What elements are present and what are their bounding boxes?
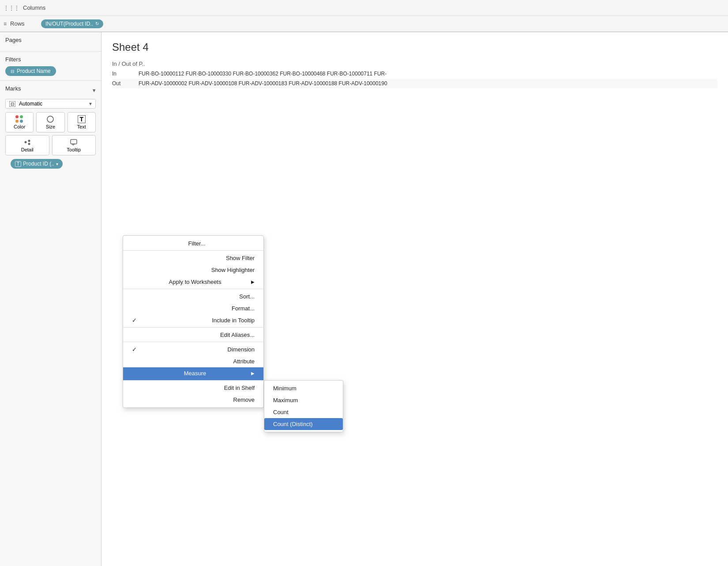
field-pill-type-icon: T <box>15 161 21 167</box>
data-table: In / Out of P.. In FUR-BO-10000112 FUR-B… <box>101 60 728 88</box>
attribute-label: Attribute <box>233 358 255 365</box>
pages-title: Pages <box>5 37 96 43</box>
submenu-wrapper: Minimum Maximum Count Count (Distinct) <box>264 380 343 432</box>
marks-header: Marks ▾ <box>5 85 96 95</box>
dimension-label: Dimension <box>228 346 255 353</box>
menu-item-edit-aliases[interactable]: Edit Aliases... <box>123 329 263 342</box>
svg-rect-4 <box>71 140 77 144</box>
field-pill-row: T Product ID (.. ▾ <box>5 155 96 172</box>
marks-type-dropdown[interactable]: ⊡ Automatic ▾ <box>5 99 96 109</box>
row-out-label: Out <box>112 80 139 87</box>
row-in-values: FUR-BO-10000112 FUR-BO-10000330 FUR-BO-1… <box>139 71 387 77</box>
menu-item-apply-worksheets[interactable]: Apply to Worksheets ▶ <box>123 276 263 289</box>
svg-marker-5 <box>72 144 75 145</box>
marks-bottom-buttons: Detail Tooltip <box>5 135 96 155</box>
size-label: Size <box>46 124 55 129</box>
detail-label: Detail <box>21 147 34 152</box>
detail-icon <box>23 138 31 146</box>
menu-item-show-filter[interactable]: Show Filter <box>123 252 263 264</box>
submenu-item-count-distinct[interactable]: Count (Distinct) <box>264 418 343 430</box>
measure-arrow: ▶ <box>251 371 255 376</box>
menu-item-filter[interactable]: Filter... <box>123 238 263 251</box>
menu-item-remove[interactable]: Remove <box>123 394 263 406</box>
filter-label: Filter... <box>188 240 205 247</box>
svg-point-3 <box>28 143 30 145</box>
tooltip-button[interactable]: Tooltip <box>52 135 96 155</box>
edit-shelf-label: Edit in Shelf <box>224 385 255 391</box>
size-icon <box>46 115 54 123</box>
menu-item-dimension[interactable]: ✓ Dimension <box>123 343 263 355</box>
size-button[interactable]: Size <box>36 112 64 132</box>
menu-item-sort[interactable]: Sort... <box>123 291 263 302</box>
columns-label: Columns <box>23 4 54 11</box>
edit-aliases-label: Edit Aliases... <box>220 332 255 338</box>
text-button[interactable]: T Text <box>68 112 96 132</box>
color-icon <box>15 115 23 123</box>
columns-shelf-row: ⋮⋮⋮ Columns <box>0 0 728 16</box>
tooltip-label: Tooltip <box>67 147 81 152</box>
submenu-item-minimum[interactable]: Minimum <box>264 382 343 394</box>
left-panel: Pages Filters ⊟ Product Name Marks ▾ ⊡ A… <box>0 32 101 566</box>
table-header: In / Out of P.. <box>112 60 717 67</box>
filter-pill-icon: ⊟ <box>11 69 14 74</box>
row-in-label: In <box>112 71 139 77</box>
row-out-values: FUR-ADV-10000002 FUR-ADV-10000108 FUR-AD… <box>139 80 387 87</box>
svg-point-1 <box>24 141 26 143</box>
columns-icon: ⋮⋮⋮ <box>4 5 19 11</box>
detail-button[interactable]: Detail <box>5 135 49 155</box>
measure-label: Measure <box>184 370 206 377</box>
main-body: Pages Filters ⊟ Product Name Marks ▾ ⊡ A… <box>0 32 728 566</box>
sheet-title: Sheet 4 <box>101 32 728 60</box>
menu-item-edit-shelf[interactable]: Edit in Shelf <box>123 382 263 394</box>
minimum-label: Minimum <box>273 385 296 392</box>
svg-point-2 <box>28 140 30 142</box>
text-icon: T <box>78 115 86 123</box>
shelf-area: ⋮⋮⋮ Columns ≡ Rows IN/OUT(Product ID.. ↻ <box>0 0 728 32</box>
menu-item-include-tooltip[interactable]: ✓ Include in Tooltip <box>123 314 263 328</box>
menu-item-show-highlighter[interactable]: Show Highlighter <box>123 264 263 276</box>
marks-dropdown-chevron: ▾ <box>89 101 92 107</box>
rows-pill-icon: ↻ <box>95 21 99 26</box>
filter-pill-text: Product Name <box>17 68 51 74</box>
table-row-out: Out FUR-ADV-10000002 FUR-ADV-10000108 FU… <box>112 79 717 88</box>
count-distinct-label: Count (Distinct) <box>273 421 313 427</box>
menu-item-format[interactable]: Format... <box>123 302 263 314</box>
submenu: Minimum Maximum Count Count (Distinct) <box>264 380 343 432</box>
marks-type-label: Automatic <box>19 101 87 107</box>
field-pill-arrow: ▾ <box>56 162 58 166</box>
count-label: Count <box>273 409 289 415</box>
color-button[interactable]: Color <box>5 112 34 132</box>
dimension-check: ✓ <box>132 346 139 353</box>
submenu-item-count[interactable]: Count <box>264 406 343 418</box>
canvas-area: Sheet 4 In / Out of P.. In FUR-BO-100001… <box>101 32 728 566</box>
field-pill[interactable]: T Product ID (.. ▾ <box>11 159 63 169</box>
pages-section: Pages <box>0 32 101 52</box>
marks-buttons-grid: Color Size T Text <box>5 112 96 132</box>
marks-type-icon: ⊡ <box>9 101 15 107</box>
color-label: Color <box>14 124 25 129</box>
field-pill-text: Product ID (.. <box>23 161 54 167</box>
include-tooltip-label: Include in Tooltip <box>212 317 255 324</box>
marks-dropdown-arrow: ▾ <box>93 87 96 94</box>
menu-item-attribute[interactable]: Attribute <box>123 355 263 367</box>
marks-title: Marks <box>5 85 21 92</box>
remove-label: Remove <box>233 396 255 403</box>
format-label: Format... <box>232 305 255 312</box>
menu-item-measure[interactable]: Measure ▶ <box>123 367 263 381</box>
show-highlighter-label: Show Highlighter <box>211 267 255 273</box>
rows-pill[interactable]: IN/OUT(Product ID.. ↻ <box>41 19 103 28</box>
context-menu: Filter... Show Filter Show Highlighter A… <box>123 235 264 408</box>
filter-pill[interactable]: ⊟ Product Name <box>5 66 56 76</box>
filters-title: Filters <box>5 56 96 63</box>
rows-shelf-row: ≡ Rows IN/OUT(Product ID.. ↻ <box>0 16 728 32</box>
svg-point-0 <box>47 116 53 122</box>
text-label: Text <box>77 124 86 129</box>
marks-section: Marks ▾ ⊡ Automatic ▾ <box>0 81 101 177</box>
apply-worksheets-arrow: ▶ <box>251 279 255 284</box>
apply-worksheets-label: Apply to Worksheets <box>169 279 221 285</box>
rows-pill-text: IN/OUT(Product ID.. <box>45 21 93 27</box>
submenu-item-maximum[interactable]: Maximum <box>264 394 343 406</box>
sort-label: Sort... <box>239 293 255 300</box>
tooltip-icon <box>70 138 78 146</box>
rows-icon: ≡ <box>4 21 7 27</box>
